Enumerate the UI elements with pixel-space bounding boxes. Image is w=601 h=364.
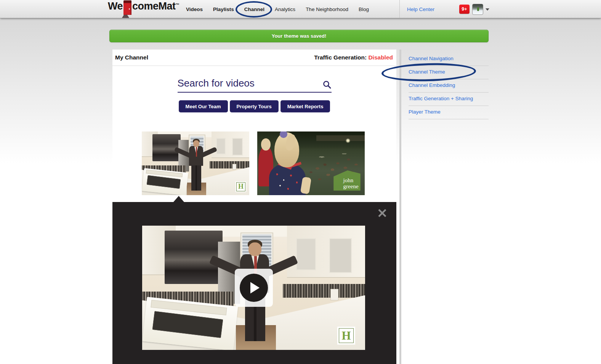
my-channel-panel: My Channel Traffic Generation: Disabled …: [112, 50, 396, 364]
traffic-generation-status: Traffic Generation: Disabled: [314, 54, 393, 61]
panel-header: My Channel Traffic Generation: Disabled: [112, 50, 396, 66]
market-reports-button[interactable]: Market Reports: [280, 100, 330, 112]
play-icon: [250, 282, 260, 293]
sidebar-item-channel-theme[interactable]: Channel Theme: [409, 66, 489, 79]
property-tours-button[interactable]: Property Tours: [230, 100, 279, 112]
nav-item-analytics[interactable]: Analytics: [275, 6, 295, 12]
help-center-link[interactable]: Help Center: [407, 6, 434, 12]
sidebar-item-channel-embedding[interactable]: Channel Embedding: [409, 79, 489, 93]
meet-our-team-button[interactable]: Meet Our Team: [179, 100, 228, 112]
nav-item-videos[interactable]: Videos: [186, 6, 203, 12]
nav-item-blog[interactable]: Blog: [359, 6, 369, 12]
nav-item-playlists[interactable]: Playlists: [213, 6, 234, 12]
play-button[interactable]: [235, 269, 273, 307]
ducks-scene-art: john greene: [257, 131, 365, 195]
notification-badge[interactable]: 9+: [459, 5, 470, 14]
close-icon[interactable]: [376, 207, 388, 219]
user-avatar[interactable]: [472, 4, 483, 15]
avatar-figure: [477, 7, 479, 11]
video-thumbnail-kitchen[interactable]: H: [142, 131, 249, 195]
video-thumbnail-row: H john greene: [142, 131, 365, 195]
sidebar-item-player-theme[interactable]: Player Theme: [409, 106, 489, 119]
theme-saved-banner: Your theme was saved!: [109, 30, 489, 42]
video-preview-overlay: H: [112, 202, 396, 364]
video-search-bar: [178, 77, 332, 93]
content-sidebar-divider: [399, 50, 401, 364]
h-logo-watermark-icon: H: [236, 181, 246, 192]
door-knob: [129, 8, 130, 10]
overlay-pointer-notch: [173, 196, 184, 202]
sidebar-item-traffic-generation-sharing[interactable]: Traffic Generation + Sharing: [409, 93, 489, 106]
page-title: My Channel: [115, 54, 148, 61]
video-thumbnail-ducks[interactable]: john greene: [257, 131, 365, 195]
video-player-preview[interactable]: H: [142, 226, 365, 350]
door-mat: [122, 15, 129, 18]
red-door-logo-icon: [123, 0, 132, 18]
logo-text-suffix: comeMat: [132, 0, 176, 12]
search-icon[interactable]: [322, 80, 332, 89]
channel-settings-nav: Channel Navigation Channel Theme Channel…: [409, 53, 489, 119]
category-button-row: Meet Our Team Property Tours Market Repo…: [112, 100, 396, 112]
main-nav: Videos Playlists Channel Analytics The N…: [186, 0, 369, 18]
kitchen-scene-art: [142, 131, 249, 195]
search-input[interactable]: [178, 77, 322, 89]
nav-item-channel[interactable]: Channel: [244, 6, 264, 12]
h-logo-watermark-icon: H: [337, 327, 355, 345]
trademark-symbol: ™: [176, 3, 179, 7]
nav-item-the-neighborhood[interactable]: The Neighborhood: [306, 6, 348, 12]
chevron-down-icon[interactable]: [486, 8, 489, 11]
sidebar-item-channel-navigation[interactable]: Channel Navigation: [409, 53, 489, 66]
wellcomemat-logo[interactable]: We comeMat ™: [108, 0, 179, 18]
logo-text-prefix: We: [108, 0, 123, 12]
header-divider: [399, 0, 400, 18]
top-header-bar: We comeMat ™ Videos Playlists Channel An…: [0, 0, 601, 18]
banner-message: Your theme was saved!: [272, 33, 327, 39]
traffic-status-value: Disabled: [368, 54, 393, 61]
